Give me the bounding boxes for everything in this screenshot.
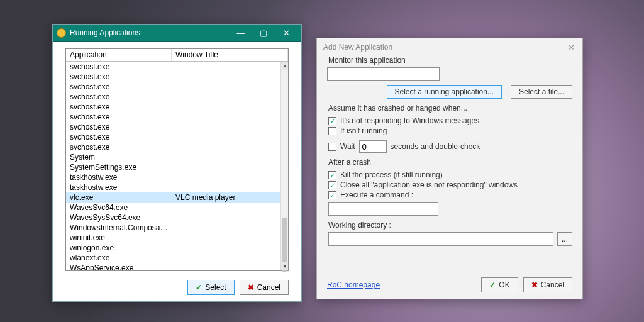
window-title-cell: [172, 62, 288, 72]
window-title-cell: [172, 233, 288, 243]
application-cell: svchost.exe: [66, 142, 172, 152]
application-cell: svchost.exe: [66, 62, 172, 72]
working-directory-label: Working directory :: [328, 221, 582, 230]
not-running-label: It isn't running: [340, 126, 387, 135]
window-title-cell: [172, 223, 288, 233]
application-cell: WsAppService.exe: [66, 263, 172, 270]
window-title-cell: [172, 152, 288, 162]
scroll-down-icon[interactable]: ▾: [281, 262, 288, 270]
window-title-cell: [172, 142, 288, 152]
window-title-cell: [172, 243, 288, 253]
window-title-cell: [172, 263, 288, 270]
close-windows-checkbox[interactable]: ✓: [328, 181, 336, 189]
table-row[interactable]: taskhostw.exe: [66, 182, 288, 192]
table-row[interactable]: svchost.exe: [66, 92, 288, 102]
titlebar[interactable]: Running Applications — ▢ ✕: [53, 25, 301, 42]
working-directory-input[interactable]: [328, 232, 553, 246]
cancel-button[interactable]: ✖ Cancel: [523, 277, 572, 292]
window-title: Running Applications: [70, 28, 140, 37]
wait-suffix: seconds and double-check: [391, 142, 480, 151]
monitor-path-input[interactable]: [327, 67, 440, 81]
execute-command-label: Execute a command :: [340, 191, 413, 199]
select-running-application-button[interactable]: Select a running application...: [387, 85, 502, 99]
application-cell: wlanext.exe: [66, 253, 172, 263]
table-row[interactable]: svchost.exe: [66, 132, 288, 142]
application-cell: vlc.exe: [66, 192, 172, 203]
not-responding-label: It's not responding to Windows messages: [340, 116, 479, 125]
application-cell: wininit.exe: [66, 233, 172, 243]
not-responding-checkbox[interactable]: ✓: [328, 117, 336, 125]
select-running-label: Select a running application...: [395, 87, 494, 96]
scrollbar[interactable]: ▴ ▾: [280, 62, 288, 270]
monitor-label: Monitor this application: [328, 56, 582, 65]
table-row[interactable]: SystemSettings.exe: [66, 162, 288, 172]
table-row[interactable]: wlanext.exe: [66, 253, 288, 263]
application-cell: WindowsInternal.ComposableShell.E...: [66, 223, 172, 233]
kill-process-checkbox[interactable]: ✓: [328, 171, 336, 179]
table-row[interactable]: taskhostw.exe: [66, 172, 288, 182]
table-row[interactable]: WindowsInternal.ComposableShell.E...: [66, 223, 288, 233]
window-title-cell: [172, 203, 288, 213]
table-row[interactable]: svchost.exe: [66, 112, 288, 122]
application-cell: svchost.exe: [66, 92, 172, 102]
window-title-cell: [172, 253, 288, 263]
table-row[interactable]: svchost.exe: [66, 62, 288, 72]
application-cell: svchost.exe: [66, 102, 172, 112]
execute-command-input[interactable]: [328, 202, 438, 216]
assume-section-label: Assume it has crashed or hanged when...: [328, 104, 582, 113]
table-row[interactable]: svchost.exe: [66, 142, 288, 152]
table-row[interactable]: wininit.exe: [66, 233, 288, 243]
wait-checkbox[interactable]: ✓: [328, 143, 336, 151]
dialog-title: Add New Application: [323, 43, 392, 52]
table-row[interactable]: svchost.exe: [66, 82, 288, 92]
ok-button[interactable]: ✓ OK: [481, 277, 518, 292]
table-row[interactable]: svchost.exe: [66, 72, 288, 82]
ok-button-label: OK: [499, 280, 509, 289]
table-row[interactable]: WavesSvc64.exe: [66, 203, 288, 213]
table-row[interactable]: svchost.exe: [66, 122, 288, 132]
window-title-cell: [172, 172, 288, 182]
table-row[interactable]: WavesSysSvc64.exe: [66, 213, 288, 223]
select-file-button[interactable]: Select a file...: [511, 85, 572, 99]
running-applications-window: Running Applications — ▢ ✕ Application W…: [52, 24, 302, 302]
cancel-button[interactable]: ✖ Cancel: [240, 280, 289, 295]
select-file-label: Select a file...: [519, 87, 564, 96]
window-title-cell: [172, 132, 288, 142]
select-button[interactable]: ✓ Select: [187, 280, 234, 295]
window-title-cell: [172, 82, 288, 92]
window-title-cell: [172, 102, 288, 112]
minimize-button[interactable]: —: [230, 25, 252, 42]
list-header: Application Window Title: [66, 49, 288, 62]
wait-label: Wait: [340, 142, 355, 151]
maximize-button[interactable]: ▢: [252, 25, 275, 42]
dialog-titlebar[interactable]: Add New Application ✕: [317, 38, 582, 53]
check-icon: ✓: [196, 283, 202, 292]
table-row[interactable]: winlogon.exe: [66, 243, 288, 253]
application-cell: svchost.exe: [66, 82, 172, 92]
table-row[interactable]: System: [66, 152, 288, 162]
window-title-cell: [172, 213, 288, 223]
roc-homepage-link[interactable]: RoC homepage: [327, 280, 380, 289]
cross-icon: ✖: [248, 283, 254, 292]
scroll-up-icon[interactable]: ▴: [281, 62, 288, 70]
execute-command-checkbox[interactable]: ✓: [328, 191, 336, 199]
cancel-button-label: Cancel: [257, 283, 280, 292]
cross-icon: ✖: [531, 280, 538, 289]
table-row[interactable]: svchost.exe: [66, 102, 288, 112]
not-running-checkbox[interactable]: ✓: [328, 127, 336, 135]
application-cell: taskhostw.exe: [66, 172, 172, 182]
close-button[interactable]: ✕: [275, 25, 297, 42]
window-title-cell: [172, 72, 288, 82]
column-window-title[interactable]: Window Title: [172, 49, 288, 61]
application-cell: winlogon.exe: [66, 243, 172, 253]
table-row[interactable]: WsAppService.exe: [66, 263, 288, 270]
app-icon: [57, 28, 66, 38]
column-application[interactable]: Application: [66, 49, 172, 61]
close-icon[interactable]: ✕: [565, 43, 577, 52]
table-row[interactable]: vlc.exeVLC media player: [66, 192, 288, 203]
application-cell: WavesSvc64.exe: [66, 203, 172, 213]
close-windows-label: Close all "application.exe is not respon…: [340, 180, 518, 189]
window-title-cell: [172, 122, 288, 132]
browse-button[interactable]: ...: [557, 232, 572, 246]
wait-seconds-input[interactable]: [359, 140, 387, 153]
